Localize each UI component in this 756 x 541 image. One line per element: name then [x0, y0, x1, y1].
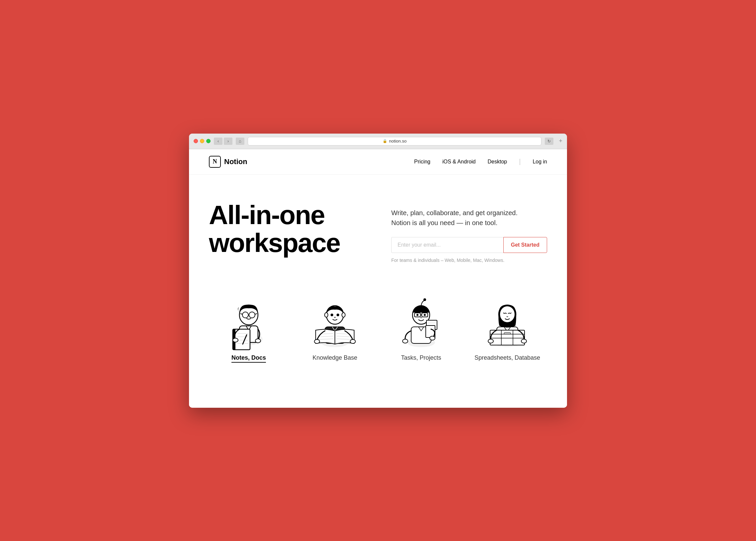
- feature-knowledge[interactable]: Knowledge Base: [295, 289, 375, 363]
- svg-point-13: [255, 339, 261, 343]
- svg-point-36: [416, 314, 418, 316]
- browser-chrome: ‹ › ⌂ 🔒 notion.so ↻ +: [189, 134, 567, 149]
- nav-ios-android[interactable]: iOS & Android: [442, 159, 476, 165]
- svg-point-12: [233, 338, 238, 342]
- email-input[interactable]: [391, 237, 503, 253]
- svg-point-43: [430, 336, 435, 340]
- platforms-text: For teams & individuals – Web, Mobile, M…: [391, 258, 547, 263]
- maximize-button[interactable]: [206, 139, 211, 143]
- feature-tasks-label: Tasks, Projects: [401, 354, 441, 361]
- feature-spreadsheets-label: Spreadsheets, Database: [474, 354, 540, 361]
- svg-point-29: [350, 339, 356, 343]
- logo-text: Notion: [224, 158, 247, 166]
- new-tab-button[interactable]: +: [559, 138, 562, 145]
- nav-links: Pricing iOS & Android Desktop | Log in: [414, 158, 547, 166]
- hero-heading: All-in-one workspace: [209, 201, 365, 257]
- svg-point-19: [331, 313, 333, 316]
- knowledge-illustration: [305, 289, 365, 349]
- nav-pricing[interactable]: Pricing: [414, 159, 430, 165]
- browser-nav-buttons: ‹ ›: [214, 138, 233, 145]
- feature-notes-label: Notes, Docs: [232, 354, 266, 363]
- feature-knowledge-label: Knowledge Base: [312, 354, 357, 361]
- svg-rect-53: [504, 332, 511, 334]
- svg-point-54: [488, 339, 493, 343]
- traffic-lights: [194, 139, 211, 143]
- email-row: Get Started: [391, 237, 547, 253]
- svg-point-55: [521, 339, 526, 343]
- svg-point-18: [342, 312, 345, 317]
- site-nav: N Notion Pricing iOS & Android Desktop |…: [189, 149, 567, 175]
- spreadsheets-illustration: [477, 289, 537, 349]
- hero-subtitle: Write, plan, collaborate, and get organi…: [391, 208, 547, 228]
- svg-point-42: [402, 339, 408, 343]
- get-started-button[interactable]: Get Started: [503, 237, 547, 253]
- hero-right: Write, plan, collaborate, and get organi…: [391, 201, 547, 263]
- logo-area[interactable]: N Notion: [209, 156, 414, 168]
- svg-point-17: [325, 312, 328, 317]
- reload-button[interactable]: ↻: [545, 138, 553, 145]
- nav-divider: |: [519, 158, 520, 166]
- feature-notes[interactable]: Notes, Docs: [209, 289, 289, 363]
- close-button[interactable]: [194, 139, 198, 143]
- minimize-button[interactable]: [200, 139, 204, 143]
- nav-desktop[interactable]: Desktop: [488, 159, 507, 165]
- feature-tasks[interactable]: Tasks, Projects: [381, 289, 461, 363]
- tasks-illustration: [391, 289, 451, 349]
- feature-spreadsheets[interactable]: Spreadsheets, Database: [467, 289, 547, 363]
- svg-point-33: [423, 298, 426, 301]
- lock-icon: 🔒: [382, 139, 387, 143]
- notes-illustration: [219, 289, 279, 349]
- notion-logo-icon: N: [209, 156, 221, 168]
- url-text: notion.so: [389, 139, 406, 144]
- home-button[interactable]: ⌂: [236, 138, 244, 145]
- back-button[interactable]: ‹: [214, 138, 223, 145]
- login-link[interactable]: Log in: [532, 159, 547, 165]
- svg-point-20: [337, 313, 339, 316]
- browser-window: ‹ › ⌂ 🔒 notion.so ↻ + N Notion Pricing i…: [189, 134, 567, 408]
- svg-point-28: [314, 339, 320, 343]
- forward-button[interactable]: ›: [224, 138, 233, 145]
- svg-point-37: [424, 314, 426, 316]
- address-bar[interactable]: 🔒 notion.so: [248, 137, 541, 146]
- features-section: Notes, Docs: [189, 283, 567, 382]
- website-content: N Notion Pricing iOS & Android Desktop |…: [189, 149, 567, 408]
- hero-section: All-in-one workspace Write, plan, collab…: [189, 175, 567, 283]
